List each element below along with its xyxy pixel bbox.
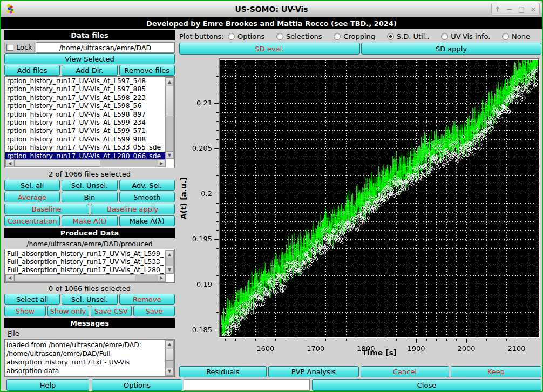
file-list-item[interactable]: rption_history_run17_UV-Vis_At_L533_055_… xyxy=(5,144,165,152)
produced-vscrollbar[interactable]: ▲ ▼ xyxy=(165,250,174,274)
view-selected-button[interactable]: View Selected xyxy=(4,53,175,64)
bin-button[interactable]: Bin xyxy=(62,192,117,202)
adv-sel-button[interactable]: Adv. Sel. xyxy=(119,180,175,191)
produced-select-all-button[interactable]: Select all xyxy=(4,294,60,305)
plot-mode-radios: OptionsSelectionsCroppingS.D. Util..UV-V… xyxy=(228,31,530,42)
scroll-thumb[interactable] xyxy=(14,274,135,281)
produced-list-item[interactable]: Full_absorption_history_run17_UV-Vis_At_… xyxy=(5,250,165,258)
messages-vscrollbar[interactable]: ▲ ▼ xyxy=(165,340,174,376)
make-alambda-button[interactable]: Make A(λ) xyxy=(119,215,175,226)
file-list-item[interactable]: rption_history_run17_UV-Vis_At_L598_56 xyxy=(5,102,165,110)
file-list-item[interactable]: rption_history_run17_UV-Vis_At_L280_066_… xyxy=(5,152,165,160)
residuals-button[interactable]: Residuals xyxy=(179,366,267,377)
sd-eval-button[interactable]: SD eval. xyxy=(179,43,360,55)
file-menu[interactable]: File xyxy=(4,329,23,338)
scroll-right-icon[interactable]: ▶ xyxy=(158,160,165,167)
title-bar[interactable]: US-SOMO: UV-Vis ↑ − □ ✕ xyxy=(1,1,542,17)
cancel-button[interactable]: Cancel xyxy=(361,366,449,377)
scroll-left-icon[interactable]: ◀ xyxy=(6,274,13,281)
progress-status-field[interactable] xyxy=(184,379,310,391)
radio-label: S.D. Util.. xyxy=(397,32,430,40)
scroll-thumb[interactable] xyxy=(14,160,100,167)
close-button[interactable]: Close xyxy=(312,379,541,391)
pvp-analysis-button[interactable]: PVP Analysis xyxy=(268,366,359,377)
radio-sd-util[interactable]: S.D. Util.. xyxy=(387,32,430,40)
radio-selections[interactable]: Selections xyxy=(276,32,322,40)
data-files-path-field[interactable]: /home/ultrascan/emre/DAD xyxy=(36,42,175,53)
help-button[interactable]: Help xyxy=(6,379,89,391)
produced-path: /home/ultrascan/emre/DAD/produced xyxy=(4,239,175,248)
message-line: /home/ultrascan/emre/DAD/Full xyxy=(6,349,162,358)
maximize-icon[interactable]: □ xyxy=(516,5,527,13)
produced-list-item[interactable]: Full_absorption_history_run17_UV-Vis_At_… xyxy=(5,266,165,274)
scroll-right-icon[interactable]: ▶ xyxy=(158,274,165,281)
file-list-item[interactable]: rption_history_run17_UV-Vis_At_L598_897 xyxy=(5,111,165,119)
save-button[interactable]: Save xyxy=(133,306,175,316)
plot-y-axis-title: A(t) [a.u.] xyxy=(178,152,189,244)
scroll-left-icon[interactable]: ◀ xyxy=(6,160,13,167)
radio-circle-icon xyxy=(276,33,283,40)
scroll-down-icon[interactable]: ▼ xyxy=(166,266,173,273)
radio-options[interactable]: Options xyxy=(228,32,264,40)
show-button[interactable]: Show xyxy=(4,306,46,316)
produced-sel-unsel-button[interactable]: Sel. Unsel. xyxy=(62,294,117,305)
file-list-item[interactable]: rption_history_run17_UV-Vis_At_L599_234 xyxy=(5,119,165,127)
window-title: US-SOMO: UV-Vis xyxy=(1,1,542,17)
save-csv-button[interactable]: Save CSV xyxy=(91,306,132,316)
shade-icon[interactable]: ↑ xyxy=(492,5,503,13)
options-button[interactable]: Options xyxy=(92,379,182,391)
radio-circle-icon xyxy=(502,33,509,40)
smooth-button[interactable]: Smooth xyxy=(119,192,175,202)
scroll-down-icon[interactable]: ▼ xyxy=(166,151,173,159)
produced-list-item[interactable]: Full_absorption_history_run17_UV-Vis_At_… xyxy=(5,258,165,266)
minimize-icon[interactable]: − xyxy=(504,5,515,13)
sel-unsel-button[interactable]: Sel. Unsel. xyxy=(62,180,117,191)
file-list-item[interactable]: rption_history_run17_UV-Vis_At_L598_223 xyxy=(5,94,165,102)
plot-buttons-label: Plot buttons: xyxy=(179,32,224,40)
produced-status: 0 of 1066 files selected xyxy=(4,285,175,293)
produced-hscrollbar[interactable]: ◀ ▶ xyxy=(5,274,166,282)
scroll-thumb[interactable] xyxy=(166,349,173,361)
sd-apply-button[interactable]: SD apply xyxy=(361,43,541,55)
remove-files-button[interactable]: Remove files xyxy=(119,65,175,76)
scroll-down-icon[interactable]: ▼ xyxy=(166,368,173,375)
make-at-button[interactable]: Make A(t) xyxy=(62,215,117,226)
scroll-up-icon[interactable]: ▲ xyxy=(166,251,173,258)
file-list-item[interactable]: rption_history_run17_UV-Vis_At_L597_885 xyxy=(5,85,165,93)
baseline-apply-button[interactable]: Baseline apply xyxy=(91,204,175,214)
radio-cropping[interactable]: Cropping xyxy=(334,32,375,40)
add-dir-button[interactable]: Add Dir. xyxy=(62,65,117,76)
file-list-vscrollbar[interactable]: ▲ ▼ xyxy=(165,77,174,159)
message-line: absorption_history_run17.txt - UV-Vis xyxy=(6,358,162,367)
produced-data-header: Produced Data xyxy=(4,228,175,238)
scroll-up-icon[interactable]: ▲ xyxy=(166,78,173,85)
file-list-item[interactable]: rption_history_run17_UV-Vis_At_L599_908 xyxy=(5,136,165,144)
file-list-item[interactable]: rption_history_run17_UV-Vis_At_L599_571 xyxy=(5,127,165,135)
credits-banner: Developed by Emre Brookes and Mattia Roc… xyxy=(1,17,542,29)
radio-none[interactable]: None xyxy=(502,32,530,40)
data-files-list[interactable]: rption_history_run17_UV-Vis_At_L597_548r… xyxy=(4,76,175,168)
radio-circle-icon xyxy=(228,33,235,40)
radio-uvvis-info[interactable]: UV-Vis info. xyxy=(441,32,490,40)
keep-button[interactable]: Keep xyxy=(451,366,541,377)
produced-list[interactable]: Full_absorption_history_run17_UV-Vis_At_… xyxy=(4,249,175,283)
lock-control[interactable]: Lock xyxy=(4,42,35,53)
lock-checkbox[interactable] xyxy=(6,44,13,51)
produced-remove-button[interactable]: Remove xyxy=(119,294,175,305)
file-list-hscrollbar[interactable]: ◀ ▶ xyxy=(5,159,166,167)
close-icon[interactable]: ✕ xyxy=(528,5,539,13)
radio-label: Selections xyxy=(286,32,322,40)
uvvis-plot-canvas[interactable] xyxy=(190,57,542,351)
app-window: US-SOMO: UV-Vis ↑ − □ ✕ Developed by Emr… xyxy=(0,0,543,392)
show-only-button[interactable]: Show only xyxy=(47,306,89,316)
baseline-button[interactable]: Baseline xyxy=(4,204,89,214)
messages-box[interactable]: loaded from /home/ultrascan/emre/DAD:/ho… xyxy=(4,339,175,377)
radio-label: Options xyxy=(237,32,264,40)
concentration-button[interactable]: Concentration xyxy=(4,215,60,226)
sel-all-button[interactable]: Sel. all xyxy=(4,180,60,191)
scroll-thumb[interactable] xyxy=(166,86,173,116)
scroll-up-icon[interactable]: ▲ xyxy=(166,341,173,348)
file-list-item[interactable]: rption_history_run17_UV-Vis_At_L597_548 xyxy=(5,77,165,85)
add-files-button[interactable]: Add files xyxy=(4,65,60,76)
average-button[interactable]: Average xyxy=(4,192,60,202)
